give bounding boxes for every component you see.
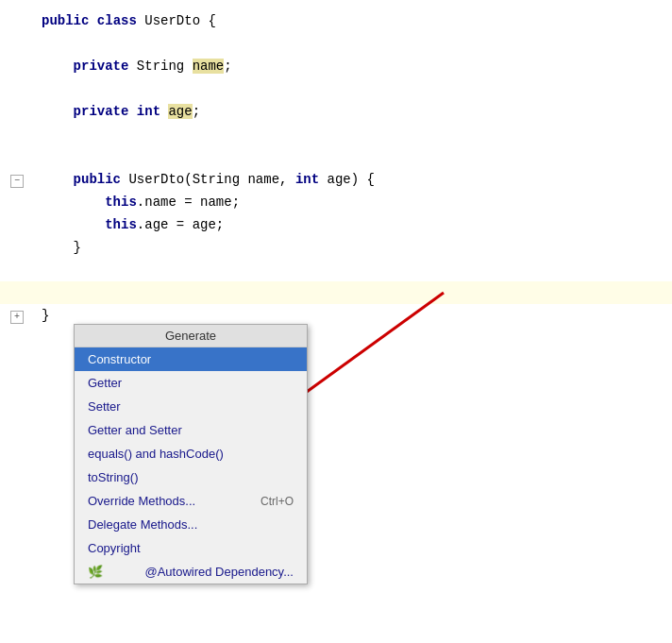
menu-item-equals-hashcode-label: equals() and hashCode(): [88, 447, 224, 461]
menu-item-override-methods-shortcut: Ctrl+O: [260, 495, 294, 508]
context-menu: Generate Constructor Getter Setter Gette…: [74, 324, 308, 584]
code-line-12: [0, 259, 672, 281]
leaf-icon: 🌿: [88, 565, 103, 579]
menu-header: Generate: [75, 325, 307, 347]
code-text-1: public class UserDto {: [34, 10, 216, 31]
code-text-13: [34, 282, 49, 303]
code-text-3: private String name;: [34, 56, 232, 76]
code-line-1: public class UserDto {: [0, 9, 672, 32]
menu-item-copyright[interactable]: Copyright: [75, 536, 307, 560]
code-editor: public class UserDto { private String na…: [0, 0, 672, 336]
code-line-8: − public UserDto(String name, int age) {: [0, 168, 672, 191]
menu-item-equals-hashcode[interactable]: equals() and hashCode(): [75, 442, 307, 465]
menu-item-getter-setter[interactable]: Getter and Setter: [75, 418, 307, 442]
fold-icon-open[interactable]: −: [10, 175, 24, 188]
menu-item-setter-label: Setter: [88, 399, 121, 414]
code-text-4: [34, 78, 49, 99]
fold-icon-close[interactable]: +: [10, 311, 24, 324]
code-text-14: }: [34, 305, 49, 326]
menu-item-override-methods-label: Override Methods...: [88, 494, 195, 508]
menu-item-getter[interactable]: Getter: [75, 371, 307, 395]
gutter-14[interactable]: +: [0, 311, 34, 324]
code-text-5: private int age;: [34, 101, 200, 122]
code-line-13: [0, 281, 672, 304]
code-line-5: private int age;: [0, 100, 672, 123]
menu-item-constructor-label: Constructor: [88, 352, 151, 366]
menu-item-getter-label: Getter: [88, 376, 122, 390]
code-line-7: [0, 145, 672, 168]
code-line-4: [0, 77, 672, 100]
code-text-6: [34, 124, 49, 144]
menu-item-delegate-methods-label: Delegate Methods...: [88, 517, 197, 532]
menu-item-override-methods[interactable]: Override Methods... Ctrl+O: [75, 489, 307, 513]
gutter-8[interactable]: −: [0, 175, 34, 188]
code-text-10: this.age = age;: [34, 214, 224, 235]
code-line-10: this.age = age;: [0, 213, 672, 236]
menu-item-getter-setter-label: Getter and Setter: [88, 423, 182, 437]
code-line-3: private String name;: [0, 55, 672, 77]
code-text-11: }: [34, 237, 81, 258]
code-text-2: [34, 33, 49, 54]
code-line-9: this.name = name;: [0, 191, 672, 213]
menu-item-tostring[interactable]: toString(): [75, 465, 307, 489]
menu-item-autowired[interactable]: 🌿 @Autowired Dependency...: [75, 560, 307, 584]
code-text-9: this.name = name;: [34, 192, 240, 212]
menu-item-setter[interactable]: Setter: [75, 395, 307, 418]
code-text-8: public UserDto(String name, int age) {: [34, 169, 375, 190]
menu-item-copyright-label: Copyright: [88, 541, 141, 555]
menu-item-tostring-label: toString(): [88, 470, 138, 484]
code-text-7: [34, 146, 49, 167]
menu-item-constructor[interactable]: Constructor: [75, 347, 307, 371]
code-line-2: [0, 32, 672, 55]
code-text-12: [34, 260, 49, 280]
code-line-6: [0, 123, 672, 145]
menu-item-delegate-methods[interactable]: Delegate Methods...: [75, 513, 307, 536]
code-line-11: }: [0, 236, 672, 259]
menu-item-autowired-label: @Autowired Dependency...: [145, 565, 294, 579]
